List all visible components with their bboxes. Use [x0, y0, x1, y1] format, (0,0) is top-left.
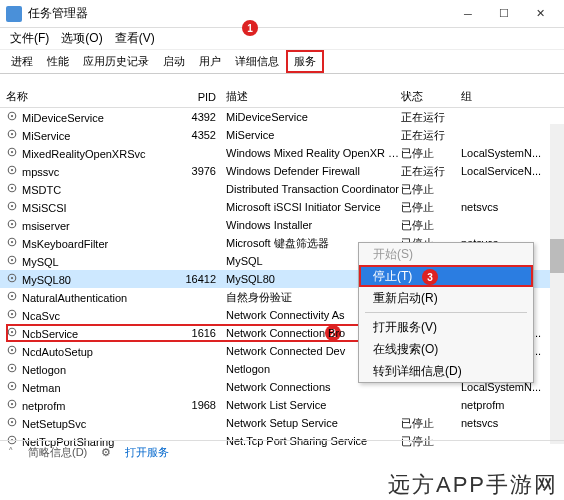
row-pid: 4352 — [181, 129, 226, 141]
tab-users[interactable]: 用户 — [192, 51, 228, 72]
row-pid: 1616 — [181, 327, 226, 339]
table-row[interactable]: MSDTCDistributed Transaction Coordinator… — [0, 180, 564, 198]
row-pid: 16412 — [181, 273, 226, 285]
table-row[interactable]: MixedRealityOpenXRSvcWindows Mixed Reali… — [0, 144, 564, 162]
row-pid: 1968 — [181, 399, 226, 411]
minimize-button[interactable]: ─ — [450, 1, 486, 27]
window-title: 任务管理器 — [28, 5, 450, 22]
row-name: MySQL80 — [22, 274, 71, 286]
annotation-badge-1: 1 — [242, 20, 258, 36]
table-row[interactable]: msiserverWindows Installer已停止 — [0, 216, 564, 234]
row-name: MiDeviceService — [22, 112, 104, 124]
service-icon — [6, 254, 18, 266]
service-icon — [6, 146, 18, 158]
menubar: 文件(F) 选项(O) 查看(V) — [0, 28, 564, 50]
header-status[interactable]: 状态 — [401, 89, 461, 104]
tab-details[interactable]: 详细信息 — [228, 51, 286, 72]
scrollbar-thumb[interactable] — [550, 239, 564, 273]
window-controls: ─ ☐ ✕ — [450, 1, 558, 27]
svg-point-35 — [11, 421, 13, 423]
gear-icon: ⚙ — [101, 446, 111, 459]
service-icon — [6, 272, 18, 284]
tab-services[interactable]: 服务 — [286, 50, 324, 73]
table-row[interactable]: MiDeviceService4392MiDeviceService正在运行 — [0, 108, 564, 126]
svg-point-9 — [11, 187, 13, 189]
maximize-button[interactable]: ☐ — [486, 1, 522, 27]
svg-point-19 — [11, 277, 13, 279]
svg-point-7 — [11, 169, 13, 171]
row-name: MixedRealityOpenXRSvc — [22, 148, 146, 160]
menu-options[interactable]: 选项(O) — [55, 28, 108, 49]
row-status: 正在运行 — [401, 110, 461, 125]
service-icon — [6, 416, 18, 428]
ctx-restart[interactable]: 重新启动(R) — [359, 287, 533, 309]
row-desc: Windows Installer — [226, 219, 401, 231]
svg-point-15 — [11, 241, 13, 243]
brief-info-link[interactable]: 简略信息(D) — [28, 445, 87, 460]
service-icon — [6, 182, 18, 194]
tab-startup[interactable]: 启动 — [156, 51, 192, 72]
row-status: 正在运行 — [401, 128, 461, 143]
tab-performance[interactable]: 性能 — [40, 51, 76, 72]
service-icon — [6, 200, 18, 212]
row-group: netprofm — [461, 399, 558, 411]
table-row[interactable]: mpssvc3976Windows Defender Firewall正在运行L… — [0, 162, 564, 180]
ctx-gotodetails[interactable]: 转到详细信息(D) — [359, 360, 533, 382]
context-menu: 开始(S) 停止(T) 重新启动(R) 打开服务(V) 在线搜索(O) 转到详细… — [358, 242, 534, 383]
service-icon — [6, 128, 18, 140]
row-desc: Network Setup Service — [226, 417, 401, 429]
svg-point-13 — [11, 223, 13, 225]
row-name: NaturalAuthentication — [22, 292, 127, 304]
ctx-stop[interactable]: 停止(T) — [359, 265, 533, 287]
header-pid[interactable]: PID — [181, 91, 226, 103]
svg-point-23 — [11, 313, 13, 315]
row-pid: 3976 — [181, 165, 226, 177]
service-icon — [6, 290, 18, 302]
service-icon — [6, 110, 18, 122]
service-icon — [6, 362, 18, 374]
service-icon — [6, 326, 18, 338]
row-status: 已停止 — [401, 146, 461, 161]
row-name: msiserver — [22, 220, 70, 232]
header-desc[interactable]: 描述 — [226, 89, 401, 104]
tab-apphistory[interactable]: 应用历史记录 — [76, 51, 156, 72]
service-icon — [6, 236, 18, 248]
service-icon — [6, 398, 18, 410]
menu-file[interactable]: 文件(F) — [4, 28, 55, 49]
service-icon — [6, 218, 18, 230]
row-name: NcdAutoSetup — [22, 346, 93, 358]
ctx-separator — [365, 312, 527, 313]
header-name[interactable]: 名称 — [6, 89, 181, 104]
annotation-badge-3: 3 — [422, 269, 438, 285]
watermark-text: 远方APP手游网 — [388, 470, 558, 500]
table-row[interactable]: MiService4352MiService正在运行 — [0, 126, 564, 144]
svg-point-27 — [11, 349, 13, 351]
service-icon — [6, 308, 18, 320]
close-button[interactable]: ✕ — [522, 1, 558, 27]
table-row[interactable]: NetSetupSvcNetwork Setup Service已停止netsv… — [0, 414, 564, 432]
svg-point-1 — [11, 115, 13, 117]
svg-point-5 — [11, 151, 13, 153]
chevron-up-icon[interactable]: ˄ — [8, 446, 14, 459]
row-name: MySQL — [22, 256, 59, 268]
menu-view[interactable]: 查看(V) — [109, 28, 161, 49]
table-row[interactable]: MSiSCSIMicrosoft iSCSI Initiator Service… — [0, 198, 564, 216]
row-name: MiService — [22, 130, 70, 142]
row-status: 已停止 — [401, 218, 461, 233]
open-services-link[interactable]: 打开服务 — [125, 445, 169, 460]
header-group[interactable]: 组 — [461, 89, 558, 104]
row-status: 已停止 — [401, 416, 461, 431]
row-name: MsKeyboardFilter — [22, 238, 108, 250]
scrollbar[interactable] — [550, 124, 564, 444]
ctx-searchonline[interactable]: 在线搜索(O) — [359, 338, 533, 360]
row-desc: Windows Defender Firewall — [226, 165, 401, 177]
row-name: NetSetupSvc — [22, 418, 86, 430]
row-group: netsvcs — [461, 417, 558, 429]
tab-processes[interactable]: 进程 — [4, 51, 40, 72]
ctx-openservice[interactable]: 打开服务(V) — [359, 316, 533, 338]
row-status: 已停止 — [401, 200, 461, 215]
table-row[interactable]: netprofm1968Network List Servicenetprofm — [0, 396, 564, 414]
row-status: 正在运行 — [401, 164, 461, 179]
statusbar: ˄ 简略信息(D) ⚙ 打开服务 — [0, 440, 564, 464]
column-headers: 名称 PID 描述 状态 组 — [0, 86, 564, 108]
